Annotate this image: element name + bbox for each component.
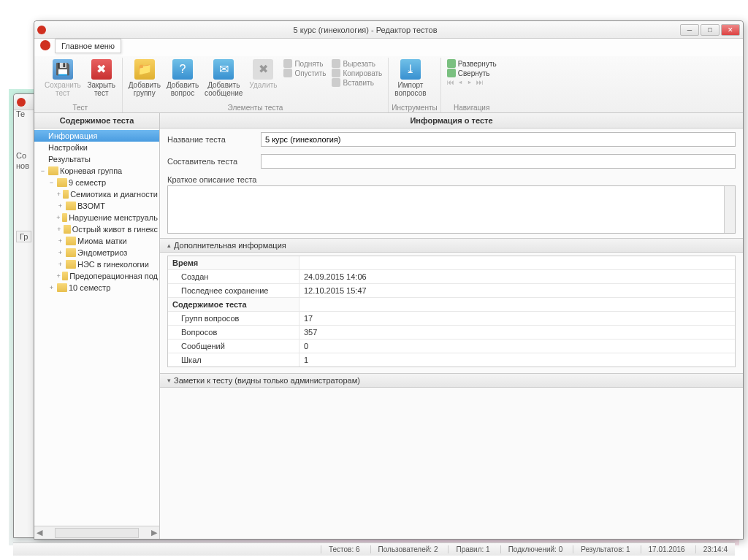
tree-item[interactable]: +Семиотика и диагности xyxy=(34,188,159,200)
delete-button[interactable]: ✖Удалить xyxy=(245,58,280,91)
expander-icon[interactable]: + xyxy=(56,249,64,256)
extra-info-header[interactable]: ▴Дополнительная информация xyxy=(160,238,743,253)
save-test-button[interactable]: 💾Сохранить тест xyxy=(42,58,84,99)
copy-button[interactable]: Копировать xyxy=(332,69,382,77)
expand-icon xyxy=(447,59,456,68)
folder-icon xyxy=(57,283,67,292)
table-cell-key: Групп вопросов xyxy=(168,312,299,325)
table-cell-value: 0 xyxy=(299,340,735,353)
tree-item-label: 9 семестр xyxy=(69,178,106,187)
expander-icon[interactable]: − xyxy=(47,179,56,186)
tree-item-label: Корневая группа xyxy=(60,166,122,175)
close-button[interactable]: ✕ xyxy=(721,24,740,36)
table-cell-key: Вопросов xyxy=(168,326,299,339)
h-scrollbar[interactable]: ◀▶ xyxy=(34,526,159,539)
chevron-up-icon: ▴ xyxy=(167,242,171,249)
tree-item-label: НЭС в гинекологии xyxy=(77,260,149,269)
add-message-button[interactable]: ✉Добавить сообщение xyxy=(202,58,245,99)
tree-item-label: Результаты xyxy=(48,155,91,164)
table-row: Содержимое теста xyxy=(168,298,735,312)
tree-item-label: ВЗОМТ xyxy=(77,202,105,210)
close-icon: ✖ xyxy=(91,59,112,80)
app-menu-icon[interactable] xyxy=(40,40,50,50)
add-group-button[interactable]: 📁Добавить группу xyxy=(126,58,164,99)
status-users: Пользователей: 2 xyxy=(370,545,438,553)
expander-icon[interactable]: − xyxy=(39,167,47,174)
expander-icon[interactable]: + xyxy=(56,214,61,221)
tree-item[interactable]: +Предоперационная под xyxy=(34,270,159,282)
expander-icon[interactable]: + xyxy=(56,202,64,210)
tree-item[interactable]: Информация xyxy=(34,130,159,142)
tree-item[interactable]: −Корневая группа xyxy=(34,165,159,177)
author-input[interactable] xyxy=(261,154,736,169)
maximize-button[interactable]: □ xyxy=(701,24,720,36)
main-menu-tab[interactable]: Главное меню xyxy=(55,39,121,53)
tree-item[interactable]: Результаты xyxy=(34,153,159,165)
table-cell-key: Сообщений xyxy=(168,340,299,353)
status-rules: Правил: 1 xyxy=(448,545,489,553)
tree-item[interactable]: +Острый живот в гинекс xyxy=(34,223,159,235)
body-area: Содержимое теста ИнформацияНастройкиРезу… xyxy=(34,113,743,539)
folder-icon xyxy=(66,260,76,269)
folder-icon xyxy=(63,190,69,199)
table-cell-value: 357 xyxy=(299,326,735,339)
cut-button[interactable]: Вырезать xyxy=(332,59,382,68)
table-row: Шкал1 xyxy=(168,353,735,367)
folder-icon xyxy=(57,178,67,187)
expander-icon[interactable]: + xyxy=(56,237,64,245)
collapse-icon xyxy=(447,69,456,77)
expander-icon[interactable]: + xyxy=(56,272,61,280)
notes-header[interactable]: ▾Заметки к тесту (видны только администр… xyxy=(160,373,743,388)
editor-window: 5 курс (гинекология) - Редактор тестов ─… xyxy=(34,20,744,540)
table-row: Вопросов357 xyxy=(168,326,735,340)
minimize-button[interactable]: ─ xyxy=(680,24,699,36)
status-date: 17.01.2016 xyxy=(641,545,685,553)
table-row: Сообщений0 xyxy=(168,340,735,353)
folder-icon xyxy=(66,237,76,245)
status-time: 23:14:4 xyxy=(695,545,728,553)
expander-icon[interactable]: + xyxy=(56,226,62,233)
arrow-up-icon xyxy=(283,59,292,68)
tree-item[interactable]: Настройки xyxy=(34,142,159,153)
tree-item[interactable]: +Миома матки xyxy=(34,235,159,247)
paste-button[interactable]: Вставить xyxy=(332,78,382,87)
tree-item[interactable]: +НЭС в гинекологии xyxy=(34,258,159,270)
import-button[interactable]: ⤓Импорт вопросов xyxy=(392,58,429,99)
table-cell-value: 12.10.2015 15:47 xyxy=(299,284,735,297)
status-tests: Тестов: 6 xyxy=(321,545,360,553)
move-up-button[interactable]: Поднять xyxy=(283,59,326,68)
expand-button[interactable]: Развернуть xyxy=(447,59,497,68)
expander-icon[interactable]: + xyxy=(56,191,61,198)
tree-item-label: Предоперационная под xyxy=(69,272,158,280)
nav-arrows[interactable]: ⏮ ◀ ▶ ⏭ xyxy=(447,78,497,86)
tree-item[interactable]: +Нарушение менструаль xyxy=(34,212,159,223)
statusbar: Тестов: 6 Пользователей: 2 Правил: 1 Под… xyxy=(13,542,735,556)
table-row: Время xyxy=(168,256,735,270)
tree-item-label: Эндометриоз xyxy=(77,248,127,257)
expander-icon[interactable]: + xyxy=(47,284,56,291)
inner-titlebar: 5 курс (гинекология) - Редактор тестов ─… xyxy=(34,21,743,39)
collapse-button[interactable]: Свернуть xyxy=(447,69,497,77)
move-down-button[interactable]: Опустить xyxy=(283,69,326,77)
background-header: Гр xyxy=(16,231,31,242)
status-results: Результатов: 1 xyxy=(573,545,630,553)
folder-icon xyxy=(66,248,76,257)
name-input[interactable] xyxy=(261,132,736,147)
expander-icon[interactable]: + xyxy=(56,261,64,268)
table-row: Последнее сохранение12.10.2015 15:47 xyxy=(168,284,735,298)
add-question-button[interactable]: ?Добавить вопрос xyxy=(164,58,202,99)
table-cell-value xyxy=(299,256,735,269)
table-row: Групп вопросов17 xyxy=(168,312,735,326)
tree-item[interactable]: +10 семестр xyxy=(34,282,159,294)
ribbon-group-label: Элементы теста xyxy=(126,103,386,112)
info-panel: Информация о тесте Название теста Состав… xyxy=(160,113,743,539)
table-cell-key: Содержимое теста xyxy=(168,298,299,311)
tree-item[interactable]: +ВЗОМТ xyxy=(34,200,159,212)
v-scrollbar[interactable] xyxy=(724,186,735,233)
desc-textarea[interactable] xyxy=(167,185,736,234)
tree-item[interactable]: −9 семестр xyxy=(34,177,159,188)
question-plus-icon: ? xyxy=(172,59,193,80)
tree-item[interactable]: +Эндометриоз xyxy=(34,247,159,258)
close-test-button[interactable]: ✖Закрыть тест xyxy=(84,58,119,99)
table-cell-key: Время xyxy=(168,256,299,269)
